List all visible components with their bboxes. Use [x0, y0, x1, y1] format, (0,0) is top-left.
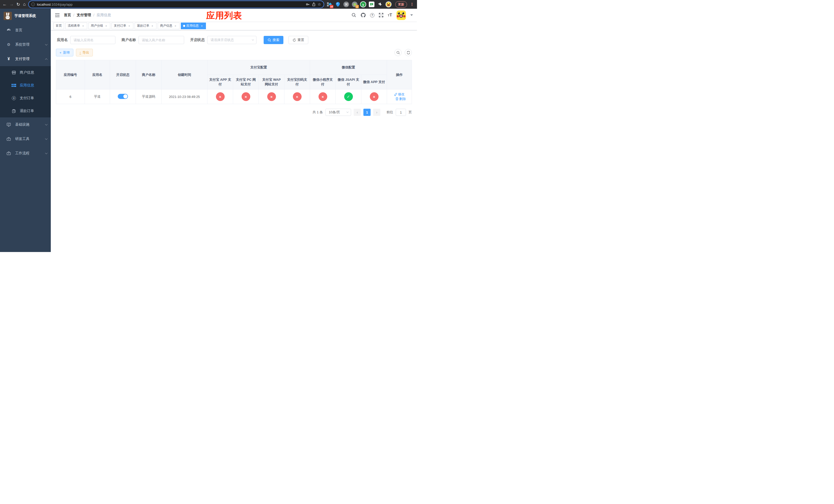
col-header-alipay-qr: 支付宝扫码支付 [284, 75, 310, 90]
tag-process-form[interactable]: 流程表单× [65, 23, 87, 29]
bookmark-star-icon[interactable]: ☆ [318, 2, 321, 7]
browser-menu-icon[interactable]: ⋮ [410, 2, 414, 7]
avatar-dropdown-caret[interactable] [410, 14, 413, 16]
sidebar-item-refund-order[interactable]: 退款订单 [0, 105, 51, 117]
y-extension-icon[interactable]: y [360, 1, 366, 7]
sidebar-item-infrastructure[interactable]: 基础设施 [0, 117, 51, 132]
col-header-actions: 操作 [387, 60, 412, 90]
sidebar-logo[interactable]: 芋道管理系统 [0, 9, 51, 23]
delete-link[interactable]: 删除 [395, 97, 406, 101]
sidebar-item-app-info[interactable]: 应用信息 [0, 79, 51, 92]
chevron-down-icon [45, 43, 48, 45]
status-cross-icon: × [267, 92, 276, 101]
edit-link[interactable]: 修改 [394, 92, 405, 97]
app-title: 芋道管理系统 [14, 14, 36, 18]
tag-home[interactable]: 首页 [53, 23, 64, 29]
tag-pay-order[interactable]: 支付订单× [112, 23, 133, 29]
command-extension-icon[interactable]: ⌘ [343, 1, 349, 7]
cell-app-id: 6 [56, 90, 85, 104]
chevron-down-icon [347, 111, 349, 113]
group-header-wechat: 微信配置 [310, 60, 387, 75]
user-avatar[interactable] [396, 10, 406, 20]
help-icon[interactable]: ? [370, 13, 374, 18]
page-size-select[interactable]: 10条/页 [326, 109, 351, 116]
breadcrumb-payment[interactable]: 支付管理 [77, 13, 91, 18]
profile-avatar[interactable] [386, 1, 392, 7]
add-button[interactable]: +新增 [56, 49, 73, 56]
tab-manager-extension-icon[interactable]: 10 [326, 1, 332, 7]
tag-merchant-info[interactable]: 商户信息× [158, 23, 179, 29]
fullscreen-icon[interactable] [379, 13, 383, 18]
map-pin-extension-icon[interactable] [335, 1, 341, 7]
recorder-extension-icon[interactable]: 1 [352, 1, 358, 7]
close-icon[interactable]: × [81, 24, 85, 28]
col-header-created: 创建时间 [161, 60, 207, 90]
sidebar-item-payment[interactable]: ¥ 支付管理 [0, 52, 51, 66]
browser-update-button[interactable]: 更新 [395, 1, 407, 8]
close-icon[interactable]: × [200, 24, 204, 28]
browser-forward-button[interactable]: → [9, 1, 14, 7]
cell-wechat-app: × [361, 90, 387, 104]
col-header-app-id: 应用编号 [56, 60, 85, 90]
cell-app-name: 芋道 [85, 90, 110, 104]
sidebar: 芋道管理系统 首页 ⚙ 系统管理 ¥ 支付管理 商户信息 [0, 9, 51, 252]
logo-image [4, 12, 12, 20]
sidebar-item-workflow[interactable]: 工作流程 [0, 146, 51, 160]
close-icon[interactable]: × [174, 24, 177, 28]
sidebar-item-dev-tools[interactable]: 研发工具 [0, 132, 51, 146]
sidebar-item-merchant-info[interactable]: 商户信息 [0, 66, 51, 79]
cell-wechat-jsapi: ✓ [336, 90, 361, 104]
current-page[interactable]: 1 [364, 109, 371, 116]
search-button[interactable]: 搜索 [264, 36, 283, 44]
chevron-down-icon [45, 152, 48, 154]
status-label: 开启状态 [190, 38, 205, 42]
status-select[interactable]: 请选择开启状态 [207, 36, 257, 44]
extension-badge-count: 1 [355, 5, 359, 8]
font-size-icon[interactable]: TT [388, 13, 392, 18]
goto-page-input[interactable] [396, 109, 406, 116]
app-table: 应用编号 应用名 开启状态 商户名称 创建时间 支付宝配置 微信配置 操作 支付… [56, 60, 412, 104]
address-bar[interactable]: i localhost:1024/pay/app ☆ [29, 1, 324, 8]
status-cross-icon: × [370, 92, 378, 101]
app-name-input[interactable] [70, 36, 115, 44]
chevron-down-icon [45, 123, 48, 125]
chat-extension-icon[interactable] [369, 1, 375, 7]
sidebar-item-home[interactable]: 首页 [0, 23, 51, 38]
tag-refund-order[interactable]: 退款订单× [135, 23, 156, 29]
status-check-icon: ✓ [344, 92, 353, 101]
tag-app-info-active[interactable]: 应用信息× [181, 23, 206, 29]
breadcrumb-home[interactable]: 首页 [64, 13, 71, 18]
browser-home-button[interactable]: ⌂ [23, 1, 26, 7]
github-icon[interactable] [360, 13, 366, 18]
close-icon[interactable]: × [104, 24, 108, 28]
breadcrumb-current: 应用信息 [97, 13, 111, 18]
chevron-down-icon [252, 39, 254, 41]
password-key-icon[interactable] [306, 2, 310, 6]
share-icon[interactable] [312, 2, 316, 6]
extensions-puzzle-icon[interactable] [377, 1, 383, 7]
site-info-icon[interactable]: i [31, 3, 35, 6]
sidebar-collapse-icon[interactable] [55, 13, 60, 17]
status-toggle[interactable] [118, 94, 128, 99]
refresh-button[interactable] [405, 49, 412, 56]
toolbox-icon [6, 137, 11, 141]
reset-button[interactable]: 重置 [288, 36, 308, 44]
merchant-name-input[interactable] [138, 36, 184, 44]
yen-icon: ¥ [6, 56, 11, 61]
sidebar-item-pay-order[interactable]: ¥ 支付订单 [0, 92, 51, 105]
url-host: localhost [37, 3, 50, 6]
next-page-button[interactable]: › [373, 109, 380, 116]
close-icon[interactable]: × [151, 24, 154, 28]
prev-page-button[interactable]: ‹ [354, 109, 361, 116]
search-icon[interactable] [352, 13, 356, 18]
close-icon[interactable]: × [128, 24, 131, 28]
show-search-toggle-button[interactable] [394, 49, 402, 56]
search-form: 应用名 商户名称 开启状态 请选择开启状态 搜索 重置 [56, 36, 412, 44]
export-button[interactable]: ↓导出 [76, 49, 93, 56]
browser-reload-button[interactable]: ↻ [16, 1, 20, 7]
tag-user-group[interactable]: 用户分组× [88, 23, 110, 29]
dashboard-icon [6, 28, 11, 32]
yen-circle-icon: ¥ [12, 96, 16, 100]
browser-back-button[interactable]: ← [3, 1, 7, 7]
sidebar-item-system[interactable]: ⚙ 系统管理 [0, 38, 51, 52]
